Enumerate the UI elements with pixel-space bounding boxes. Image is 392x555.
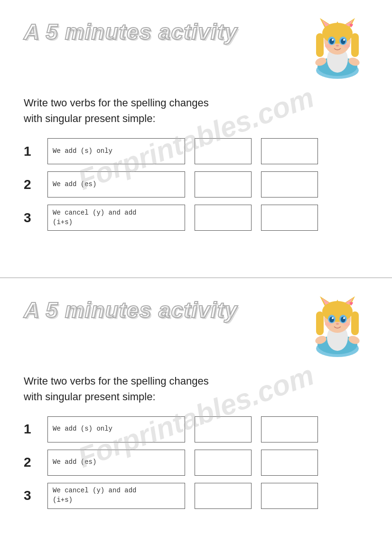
row-number-2-2: 2 [24, 455, 38, 470]
exercise-row-2-1: 1 We add (s) only [24, 416, 368, 442]
svg-rect-38 [316, 311, 324, 335]
svg-point-23 [336, 45, 339, 47]
svg-point-24 [325, 44, 331, 48]
svg-rect-12 [351, 33, 359, 57]
page: Forprintables.com A 5 minutes activity [0, 0, 392, 555]
answer-box-1-1b[interactable] [261, 138, 318, 164]
rows-1: 1 We add (s) only 2 We add (es) 3 We can… [24, 138, 368, 231]
answer-box-1-2b[interactable] [261, 171, 318, 198]
answer-box-2-1a[interactable] [195, 416, 252, 442]
answer-box-2-3b[interactable] [261, 483, 318, 509]
desc-box-2-3: We cancel (y) and add(i+s) [47, 483, 185, 509]
section-1: Forprintables.com A 5 minutes activity [0, 0, 392, 278]
rows-2: 1 We add (s) only 2 We add (es) 3 We can… [24, 416, 368, 509]
svg-point-25 [344, 44, 350, 48]
answer-box-2-1b[interactable] [261, 416, 318, 442]
title-1: A 5 minutes activity [24, 14, 297, 45]
header-row-1: A 5 minutes activity [24, 14, 368, 81]
row-number-1-1: 1 [24, 144, 38, 159]
exercise-row-1-3: 3 We cancel (y) and add(i+s) [24, 205, 368, 231]
svg-rect-11 [316, 33, 324, 57]
svg-text:♥: ♥ [349, 300, 353, 307]
exercise-row-1-1: 1 We add (s) only [24, 138, 368, 164]
svg-point-49 [343, 317, 345, 319]
answer-box-1-2a[interactable] [195, 171, 252, 198]
character-1: ♥ [307, 14, 368, 81]
row-number-1-2: 2 [24, 177, 38, 192]
answer-box-2-3a[interactable] [195, 483, 252, 509]
answer-box-2-2a[interactable] [195, 450, 252, 476]
desc-box-1-3: We cancel (y) and add(i+s) [47, 205, 185, 231]
character-2: ♥ [307, 292, 368, 359]
desc-box-2-2: We add (es) [47, 450, 185, 476]
svg-point-22 [343, 39, 345, 41]
header-row-2: A 5 minutes activity [24, 292, 368, 359]
answer-box-1-1a[interactable] [195, 138, 252, 164]
answer-box-1-3b[interactable] [261, 205, 318, 231]
exercise-row-2-2: 2 We add (es) [24, 450, 368, 476]
answer-box-2-2b[interactable] [261, 450, 318, 476]
svg-point-21 [332, 39, 334, 41]
answer-box-1-3a[interactable] [195, 205, 252, 231]
exercise-row-1-2: 2 We add (es) [24, 171, 368, 198]
row-number-2-3: 3 [24, 488, 38, 503]
svg-point-48 [332, 317, 334, 319]
desc-box-2-1: We add (s) only [47, 416, 185, 442]
section-2: Forprintables.com A 5 minutes activity [0, 278, 392, 555]
desc-box-1-1: We add (s) only [47, 138, 185, 164]
instruction-2: Write two verbs for the spelling changes… [24, 373, 368, 404]
row-number-1-3: 3 [24, 210, 38, 226]
exercise-row-2-3: 3 We cancel (y) and add(i+s) [24, 483, 368, 509]
svg-text:♥: ♥ [349, 21, 353, 29]
svg-point-50 [336, 323, 339, 325]
svg-point-52 [344, 322, 350, 326]
desc-box-1-2: We add (es) [47, 171, 185, 198]
instruction-1: Write two verbs for the spelling changes… [24, 95, 368, 126]
row-number-2-1: 1 [24, 422, 38, 437]
title-2: A 5 minutes activity [24, 292, 297, 323]
svg-point-51 [325, 322, 331, 326]
svg-rect-39 [351, 311, 359, 335]
